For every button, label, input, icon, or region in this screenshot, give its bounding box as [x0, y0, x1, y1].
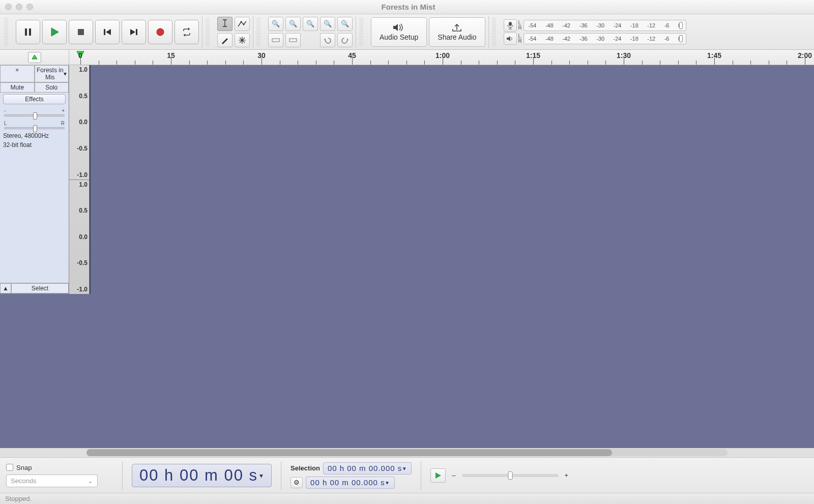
- ruler-scale[interactable]: 01530451:001:151:301:452:00: [69, 50, 814, 65]
- share-audio-button[interactable]: Share Audio: [429, 17, 485, 47]
- record-button[interactable]: [148, 20, 172, 44]
- snap-unit-label: Seconds: [11, 477, 37, 485]
- tracks-area: × Forests in Mis▾ Mute Solo Effects -+ L…: [0, 65, 814, 448]
- svg-rect-7: [136, 29, 137, 35]
- skip-end-button[interactable]: [122, 20, 146, 44]
- svg-rect-4: [104, 29, 105, 35]
- multi-tool-button[interactable]: [235, 33, 250, 47]
- selection-end-field[interactable]: 00 h 00 m 00.000 s▾: [306, 477, 394, 489]
- zoom-toggle-button[interactable]: 🔍: [337, 17, 353, 31]
- scrollbar-thumb[interactable]: [86, 449, 612, 456]
- mute-button[interactable]: Mute: [0, 82, 35, 93]
- fit-selection-button[interactable]: 🔍: [303, 17, 318, 31]
- zoom-window-icon[interactable]: [26, 4, 33, 10]
- timeline-ruler[interactable]: 01530451:001:151:301:452:00: [0, 50, 814, 65]
- stop-button[interactable]: [69, 20, 93, 44]
- audio-setup-button[interactable]: Audio Setup: [371, 17, 427, 47]
- zoom-in-button[interactable]: 🔍: [268, 17, 283, 31]
- svg-marker-20: [435, 472, 441, 479]
- track-bitdepth-label: 32-bit float: [0, 140, 69, 150]
- svg-rect-13: [509, 22, 512, 26]
- audio-setup-label: Audio Setup: [380, 33, 418, 41]
- selection-tool-button[interactable]: [217, 17, 232, 31]
- meters-group: LR -54-48-42-36-30-24-18-12-60 LR -54-48…: [501, 16, 689, 48]
- share-audio-label: Share Audio: [438, 33, 476, 41]
- svg-rect-12: [289, 39, 297, 42]
- waveform-display[interactable]: Forests in Mist: [90, 65, 91, 294]
- main-toolbar: 🔍 🔍 🔍 🔍 🔍 Audio Setup Share Audio: [0, 14, 814, 50]
- status-text: Stopped.: [5, 495, 32, 502]
- toolbar-grip-icon[interactable]: [4, 18, 8, 46]
- horizontal-scrollbar[interactable]: [0, 448, 814, 457]
- svg-point-10: [243, 23, 244, 25]
- svg-rect-0: [25, 28, 27, 36]
- trim-button[interactable]: [268, 33, 283, 47]
- zoom-group: 🔍 🔍 🔍 🔍 🔍: [265, 16, 356, 48]
- selection-settings-button[interactable]: ⚙: [290, 477, 303, 488]
- record-meter-lr: LR: [518, 20, 522, 31]
- main-timecode[interactable]: 00 h 00 m 00 s▾: [132, 464, 272, 487]
- chevron-down-icon: ▾: [64, 70, 67, 77]
- toolbar-grip-icon[interactable]: [359, 18, 363, 46]
- pin-timeline-button[interactable]: [28, 52, 41, 63]
- playback-meter-lr: LR: [518, 34, 522, 44]
- close-window-icon[interactable]: [5, 4, 12, 10]
- amplitude-axis: 1.00.50.0-0.5-1.0 1.00.50.0-0.5-1.0: [69, 65, 90, 294]
- track-menu-button[interactable]: Forests in Mis▾: [35, 65, 69, 82]
- record-meter-scale[interactable]: -54-48-42-36-30-24-18-12-60: [524, 20, 686, 31]
- effects-button[interactable]: Effects: [3, 94, 66, 104]
- pan-slider[interactable]: LR: [4, 121, 65, 129]
- setup-group: Audio Setup Share Audio: [368, 16, 489, 48]
- speaker-small-icon: [506, 35, 514, 42]
- fit-project-button[interactable]: 🔍: [320, 17, 335, 31]
- snap-label: Snap: [16, 464, 32, 471]
- divider: [421, 461, 421, 490]
- redo-button[interactable]: [337, 33, 353, 47]
- svg-marker-2: [51, 28, 59, 36]
- tools-group: [214, 16, 253, 48]
- track-close-button[interactable]: ×: [0, 65, 35, 82]
- snap-toggle[interactable]: Snap: [6, 464, 113, 471]
- speaker-icon: [392, 23, 405, 32]
- toolbar-grip-icon[interactable]: [206, 18, 210, 46]
- toolbar-grip-icon[interactable]: [256, 18, 260, 46]
- play-at-speed-button[interactable]: [430, 468, 446, 483]
- meter-handle-icon[interactable]: [679, 35, 683, 42]
- record-meter-button[interactable]: [504, 19, 517, 32]
- loop-button[interactable]: [175, 20, 199, 44]
- play-button[interactable]: [42, 20, 67, 44]
- zoom-out-button[interactable]: 🔍: [285, 17, 301, 31]
- track-format-label: Stereo, 48000Hz: [0, 131, 69, 140]
- minimize-window-icon[interactable]: [16, 4, 22, 10]
- toolbar-grip-icon[interactable]: [492, 18, 496, 46]
- audio-track: × Forests in Mis▾ Mute Solo Effects -+ L…: [0, 65, 91, 294]
- meter-handle-icon[interactable]: [679, 22, 683, 29]
- undo-button[interactable]: [320, 33, 335, 47]
- gain-slider[interactable]: -+: [4, 108, 65, 116]
- window-controls: [5, 4, 33, 10]
- zoom-plus-label: +: [565, 471, 569, 479]
- skip-start-button[interactable]: [95, 20, 120, 44]
- select-track-button[interactable]: Select: [11, 283, 69, 293]
- selection-toolbar: Snap Seconds ⌄ 00 h 00 m 00 s▾ Selection…: [0, 457, 814, 493]
- pause-button[interactable]: [16, 20, 40, 44]
- draw-tool-button[interactable]: [217, 33, 232, 47]
- chevron-down-icon: ⌄: [88, 477, 93, 485]
- snap-unit-select[interactable]: Seconds ⌄: [6, 475, 98, 487]
- svg-point-9: [240, 21, 242, 22]
- svg-marker-5: [106, 29, 111, 35]
- playback-speed-slider[interactable]: [462, 474, 559, 477]
- chevron-down-icon: ▾: [259, 471, 264, 480]
- snap-checkbox[interactable]: [6, 464, 13, 471]
- playback-meter-scale[interactable]: -54-48-42-36-30-24-18-12-60: [524, 33, 686, 44]
- track-name-label: Forests in Mis: [37, 67, 64, 81]
- ruler-head: [0, 50, 69, 65]
- title-bar: Forests in Mist: [0, 0, 814, 14]
- selection-start-field[interactable]: 00 h 00 m 00.000 s▾: [323, 462, 412, 475]
- envelope-tool-button[interactable]: [235, 17, 250, 31]
- collapse-track-button[interactable]: ▲: [0, 283, 11, 293]
- playback-meter-button[interactable]: [504, 33, 517, 45]
- solo-button[interactable]: Solo: [35, 82, 69, 93]
- share-icon: [451, 23, 462, 32]
- silence-button[interactable]: [285, 33, 301, 47]
